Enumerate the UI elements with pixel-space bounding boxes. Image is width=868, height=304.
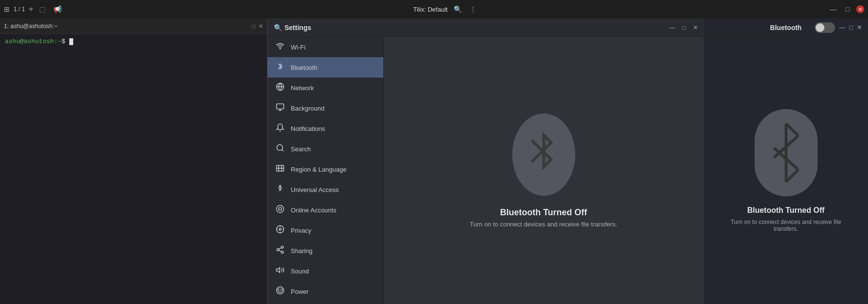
sidebar-item-background-label: Background	[291, 105, 376, 112]
tilix-left-controls: ⊞ 1 / 1 + ⬚ 📢	[4, 4, 63, 14]
sidebar-item-network[interactable]: Network	[268, 78, 383, 98]
svg-line-32	[786, 170, 798, 182]
online-accounts-icon	[275, 205, 285, 215]
svg-point-23	[281, 251, 284, 254]
bluetooth-panel-minimize[interactable]: —	[839, 24, 845, 31]
sidebar-item-universal-access[interactable]: Universal Access	[268, 179, 383, 200]
tilix-close-button[interactable]: ✕	[856, 5, 864, 13]
svg-point-13	[277, 206, 284, 213]
svg-point-16	[279, 228, 282, 231]
bluetooth-toggle-knob	[816, 23, 824, 32]
sidebar-item-power-label: Power	[291, 288, 376, 295]
bluetooth-toggle[interactable]	[815, 22, 835, 33]
power-icon	[275, 286, 285, 297]
terminal-tab-bar: 1: ashu@ashutosh:~ □ ✕	[0, 18, 267, 34]
sidebar-item-region-label: Region & Language	[291, 166, 376, 173]
svg-line-25	[279, 248, 281, 249]
sidebar-item-privacy-label: Privacy	[291, 227, 376, 234]
main-area: 1: ashu@ashutosh:~ □ ✕ ashu@ashutosh:~$ …	[0, 18, 868, 304]
bluetooth-oval-icon	[755, 109, 818, 196]
tilix-center: Tilix: Default 🔍 ⋮	[63, 4, 828, 14]
sidebar-item-online-accounts-label: Online Accounts	[291, 207, 376, 214]
sound-icon	[275, 266, 285, 276]
terminal-tab-controls: □ ✕	[252, 23, 263, 30]
sidebar-item-bluetooth[interactable]: Bluetooth	[268, 57, 383, 78]
grid-icon[interactable]: ⊞	[4, 5, 10, 13]
sidebar-item-power[interactable]: Power	[268, 281, 383, 302]
svg-point-6	[277, 144, 283, 150]
sidebar-item-wifi-label: Wi-Fi	[291, 44, 376, 51]
tilix-window-controls: — □ ✕	[828, 4, 864, 14]
universal-access-icon	[275, 184, 285, 195]
svg-rect-3	[277, 104, 284, 109]
bluetooth-content-subtitle: Turn on to connect devices and receive f…	[723, 219, 849, 232]
new-pane-icon[interactable]: ⬚	[37, 4, 47, 14]
sidebar-item-sharing-label: Sharing	[291, 247, 376, 255]
svg-point-14	[279, 208, 282, 210]
settings-minimize-button[interactable]: —	[668, 24, 676, 32]
broadcast-icon[interactable]: 📢	[51, 4, 63, 14]
sidebar-item-sound[interactable]: Sound	[268, 261, 383, 281]
add-tab-button[interactable]: +	[29, 5, 33, 14]
terminal-content: ashu@ashutosh:~$	[0, 34, 267, 304]
settings-maximize-button[interactable]: □	[680, 24, 688, 32]
settings-close-button[interactable]: ✕	[692, 24, 699, 32]
bluetooth-turned-off-subtitle: Turn on to connect devices and receive f…	[470, 221, 617, 228]
terminal-close-btn[interactable]: ✕	[258, 23, 263, 30]
tilix-menu-icon[interactable]: ⋮	[468, 4, 478, 14]
sidebar-item-search-label: Search	[291, 145, 376, 153]
bluetooth-detail-header: Bluetooth — □ ✕	[704, 18, 868, 37]
terminal-prompt-user: ashu@ashutosh:	[5, 38, 58, 45]
sidebar-item-search[interactable]: Search	[268, 139, 383, 159]
svg-point-12	[280, 185, 281, 187]
notifications-icon	[275, 123, 285, 134]
bluetooth-detail-title: Bluetooth	[760, 24, 811, 32]
terminal-pane: 1: ashu@ashutosh:~ □ ✕ ashu@ashutosh:~$	[0, 18, 267, 304]
sidebar-item-sharing[interactable]: Sharing	[268, 240, 383, 261]
terminal-cursor	[69, 38, 73, 45]
search-icon	[275, 144, 285, 154]
network-icon	[275, 82, 285, 93]
bluetooth-panel-content: Bluetooth Turned Off Turn on to connect …	[704, 37, 868, 304]
settings-window-controls: — □ ✕	[668, 24, 699, 32]
settings-content: Bluetooth Turned Off Turn on to connect …	[384, 37, 703, 304]
bluetooth-icon	[275, 62, 285, 73]
sidebar-item-online-accounts[interactable]: Online Accounts	[268, 200, 383, 220]
settings-search-icon[interactable]: 🔍	[271, 23, 284, 32]
sidebar-item-network-label: Network	[291, 84, 376, 92]
sidebar-item-notifications[interactable]: Notifications	[268, 118, 383, 139]
bluetooth-main-icon	[524, 128, 563, 181]
tilix-maximize-button[interactable]: □	[844, 4, 852, 14]
sidebar-item-sound-label: Sound	[291, 268, 376, 275]
tab-count: 1 / 1	[14, 6, 25, 13]
wifi-icon	[275, 42, 285, 52]
svg-line-24	[279, 250, 281, 252]
terminal-prompt-symbol: $	[62, 38, 69, 45]
tilix-search-icon[interactable]: 🔍	[452, 4, 464, 14]
svg-point-22	[277, 249, 279, 251]
bluetooth-icon-container	[512, 113, 575, 196]
settings-header-left: 🔍	[271, 23, 284, 32]
bluetooth-panel-maximize[interactable]: □	[849, 24, 853, 31]
svg-point-0	[280, 48, 281, 49]
sidebar-item-privacy[interactable]: Privacy	[268, 220, 383, 240]
terminal-tab-label[interactable]: 1: ashu@ashutosh:~	[4, 23, 58, 30]
settings-sidebar: Wi-Fi Bluetooth	[268, 37, 384, 304]
bluetooth-content-title: Bluetooth Turned Off	[747, 206, 825, 215]
sidebar-item-bluetooth-label: Bluetooth	[291, 64, 376, 71]
settings-body: Wi-Fi Bluetooth	[268, 37, 703, 304]
svg-line-30	[786, 124, 798, 136]
sharing-icon	[275, 245, 285, 256]
sidebar-item-wifi[interactable]: Wi-Fi	[268, 37, 383, 57]
terminal-maximize-btn[interactable]: □	[252, 23, 255, 30]
sidebar-item-universal-access-label: Universal Access	[291, 186, 376, 193]
privacy-icon	[275, 225, 285, 236]
tilix-minimize-button[interactable]: —	[828, 4, 839, 14]
sidebar-item-background[interactable]: Background	[268, 98, 383, 118]
bluetooth-panel-close[interactable]: ✕	[857, 24, 862, 31]
tilix-tab-title: Tilix: Default	[413, 6, 448, 13]
sidebar-item-region[interactable]: Region & Language	[268, 159, 383, 179]
bluetooth-turned-off-title: Bluetooth Turned Off	[500, 208, 587, 218]
svg-point-21	[281, 246, 284, 249]
settings-header: 🔍 Settings — □ ✕	[268, 18, 703, 37]
